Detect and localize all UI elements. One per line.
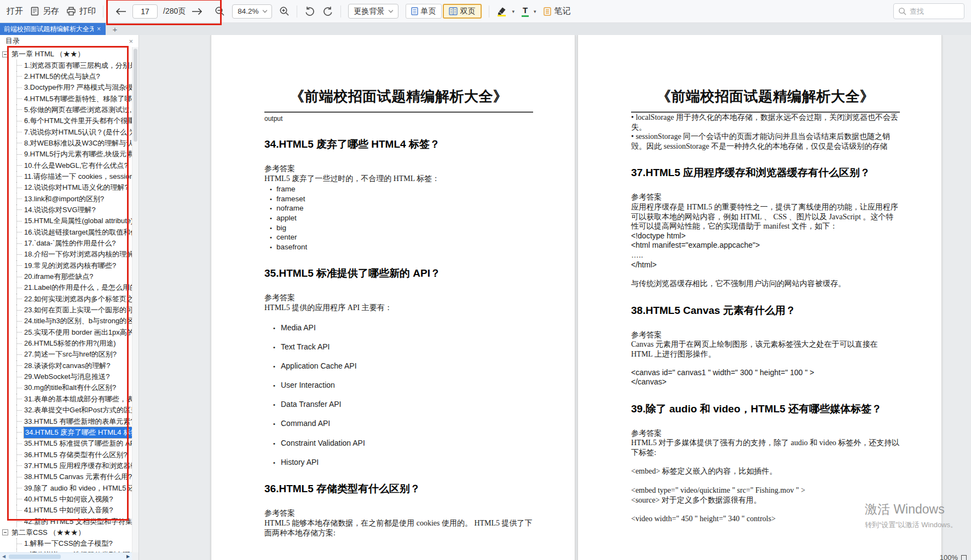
toc-item[interactable]: 9.HTML5行内元素有哪些,块级元素有哪 xyxy=(16,149,132,160)
toc-item[interactable]: 19.常见的浏览器内核有哪些? xyxy=(16,260,132,271)
toc-chapter[interactable]: 第一章 HTML （★★） xyxy=(0,49,132,60)
toc-item[interactable]: 2.HTML5的优点与缺点? xyxy=(16,71,132,82)
scroll-left-icon[interactable]: ◀ xyxy=(0,554,8,559)
new-tab-button[interactable]: + xyxy=(106,23,124,35)
toc-item[interactable]: 34.HTML5 废弃了哪些 HTML4 标签? xyxy=(16,427,132,438)
dropdown-arrow-icon[interactable]: ▾ xyxy=(512,9,515,14)
undo-button[interactable] xyxy=(304,6,315,16)
print-button[interactable]: 打印 xyxy=(66,6,96,16)
text-tool-button[interactable]: T ▾ xyxy=(522,6,536,17)
status-zoom-value: 100% xyxy=(940,553,958,560)
toc-item[interactable]: 38.HTML5 Canvas 元素有什么用? xyxy=(16,471,132,482)
dropdown-arrow-icon[interactable]: ▾ xyxy=(534,9,536,14)
toc-item[interactable]: 22.如何实现浏览器内多个标签页之间的 xyxy=(16,294,132,305)
zoom-out-button[interactable] xyxy=(215,6,225,16)
toc-label: 7.说说你对HTML5认识？(是什么,为什 xyxy=(24,127,132,137)
toc-item[interactable]: 24.title与h3的区别、b与strong的区别 xyxy=(16,316,132,326)
scrollbar-thumb[interactable] xyxy=(9,555,61,559)
toc-item[interactable]: 30.mg的title和alt有什么区别? xyxy=(16,382,132,393)
toc-item[interactable]: 33.HTML5 有哪些新增的表单元素? xyxy=(16,416,132,427)
code-line: </canvas> xyxy=(631,377,900,387)
toc-item[interactable]: 1.解释一下CSS的盒子模型? xyxy=(16,538,132,549)
toc-chapter[interactable]: 第二章CSS （★★★） xyxy=(0,527,132,538)
toc-label: 4.HTML5有哪些新特性、移除了哪些元 xyxy=(24,94,132,104)
toc-item[interactable]: 35.HTML5 标准提供了哪些新的 API? xyxy=(16,438,132,449)
search-box[interactable] xyxy=(893,3,964,19)
toc-item[interactable]: 13.link和@import的区别? xyxy=(16,193,132,204)
toc-item[interactable]: 7.说说你对HTML5认识？(是什么,为什 xyxy=(16,126,132,137)
divider xyxy=(264,112,533,113)
toc-item[interactable]: 37.HTML5 应用程序缓存和浏览器缓存 xyxy=(16,460,132,471)
next-page-button[interactable] xyxy=(191,7,203,16)
toc-item[interactable]: 21.Label的作用是什么，是怎么用的? xyxy=(16,282,132,293)
toc-vertical-scrollbar[interactable] xyxy=(132,47,138,552)
toc-label: 10.什么是WebGL,它有什么优点? xyxy=(24,161,128,171)
zoom-level-dropdown[interactable]: 84.2% xyxy=(232,4,271,19)
toc-item[interactable]: 15.HTML全局属性(global attribute)有 xyxy=(16,215,132,226)
double-page-icon xyxy=(449,7,458,15)
toc-label: 6.每个HTML文件里开头都有个很重要 xyxy=(24,116,132,126)
toc-item[interactable]: 17.`data-`属性的作用是什么? xyxy=(16,238,132,249)
toc-panel-title: 目录 xyxy=(5,36,20,46)
toc-item[interactable]: 23.如何在页面上实现一个圆形的可点 xyxy=(16,305,132,316)
page-navigation: /280页 xyxy=(111,4,207,19)
toc-item[interactable]: 11.请你描述一下 cookies，sessionS xyxy=(16,171,132,182)
toc-item[interactable]: 29.WebSocket与消息推送? xyxy=(16,371,132,382)
toc-item[interactable]: 5.你做的网页在哪些浏览器测试过,这些 xyxy=(16,104,132,115)
toolbar: 打开 另存 打印 /280页 84.2% 更换背景 单页 双页 xyxy=(0,0,971,23)
zoom-level-value: 84.2% xyxy=(238,7,258,15)
scrollbar-corner xyxy=(132,552,138,560)
bullet-item: basefront xyxy=(276,242,533,252)
toc-item[interactable]: 27.简述一下src与href的区别? xyxy=(16,349,132,360)
double-page-button[interactable]: 双页 xyxy=(443,4,482,19)
page-number-input[interactable] xyxy=(132,4,158,19)
toc-label: 8.对WEB标准以及W3C的理解与认识? xyxy=(24,138,132,148)
tab-close-icon[interactable]: × xyxy=(96,25,102,33)
collapse-toggle-icon[interactable] xyxy=(2,529,8,535)
toc-item[interactable]: 6.每个HTML文件里开头都有个很重要 xyxy=(16,115,132,126)
toc-item[interactable]: 26.HTML5标签的作用?(用途) xyxy=(16,338,132,349)
previous-page-button[interactable] xyxy=(115,7,127,16)
toc-item[interactable]: 1.浏览器页面有哪三层构成，分别是什 xyxy=(16,60,132,71)
toc-close-icon[interactable]: × xyxy=(129,37,133,45)
toc-item[interactable]: 4.HTML5有哪些新特性、移除了哪些元 xyxy=(16,93,132,104)
toc-item[interactable]: 18.介绍一下你对浏览器内核的理解? xyxy=(16,249,132,260)
toc-item[interactable]: 25.实现不使用 border 画出1px高的线 xyxy=(16,327,132,338)
bullet-item: Media API xyxy=(281,323,533,333)
toc-item[interactable]: 32.表单提交中Get和Post方式的区别? xyxy=(16,405,132,416)
toc-item[interactable]: 42.新的 HTML5 文档类型和字符集是 xyxy=(16,516,132,527)
toc-label: 11.请你描述一下 cookies，sessionS xyxy=(24,172,132,182)
bullet-item: noframe xyxy=(276,203,533,213)
notes-button[interactable]: 笔记 xyxy=(544,6,571,16)
zoom-in-button[interactable] xyxy=(279,6,290,16)
save-as-button[interactable]: 另存 xyxy=(30,6,59,16)
search-input[interactable] xyxy=(910,7,957,15)
toc-item[interactable]: 28.谈谈你对canvas的理解? xyxy=(16,360,132,371)
toc-horizontal-scrollbar[interactable]: ◀ ▶ xyxy=(0,552,132,560)
toc-item[interactable]: 31.表单的基本组成部分有哪些，表单的 xyxy=(16,394,132,405)
code-line: <html manifest="example.appcache"> xyxy=(631,241,900,250)
toc-item[interactable]: 41.HTML5 中如何嵌入音频? xyxy=(16,505,132,516)
toc-label: 20.iframe有那些缺点? xyxy=(24,272,93,282)
toc-label: 32.表单提交中Get和Post方式的区别? xyxy=(24,405,132,415)
toc-item[interactable]: 36.HTML5 存储类型有什么区别? xyxy=(16,449,132,460)
single-page-button[interactable]: 单页 xyxy=(406,4,442,19)
change-background-dropdown[interactable]: 更换背景 xyxy=(348,4,398,19)
bullet-item: Command API xyxy=(281,419,533,429)
toc-item[interactable]: 16.说说超链接target属性的取值和作用 xyxy=(16,227,132,238)
redo-button[interactable] xyxy=(322,6,333,16)
scroll-right-icon[interactable]: ▶ xyxy=(124,554,132,559)
toc-item[interactable]: 12.说说你对HTML语义化的理解? xyxy=(16,182,132,193)
toc-item[interactable]: 40.HTML5 中如何嵌入视频? xyxy=(16,494,132,505)
toc-item[interactable]: 3.Doctype作用? 严格模式与混杂模式 xyxy=(16,82,132,93)
toc-item[interactable]: 39.除了 audio 和 video，HTML5 还 xyxy=(16,482,132,493)
toc-item[interactable]: 14.说说你对SVG理解? xyxy=(16,205,132,215)
toc-item[interactable]: 8.对WEB标准以及W3C的理解与认识? xyxy=(16,138,132,149)
scrollbar-thumb[interactable] xyxy=(134,49,137,142)
document-tab[interactable]: 前端校招面试题精编解析大全无 × xyxy=(0,23,106,35)
toc-item[interactable]: 10.什么是WebGL,它有什么优点? xyxy=(16,160,132,171)
open-button[interactable]: 打开 xyxy=(7,6,23,16)
highlighter-tool-button[interactable]: ▾ xyxy=(496,7,515,16)
collapse-toggle-icon[interactable] xyxy=(2,51,8,57)
toc-item[interactable]: 20.iframe有那些缺点? xyxy=(16,271,132,282)
